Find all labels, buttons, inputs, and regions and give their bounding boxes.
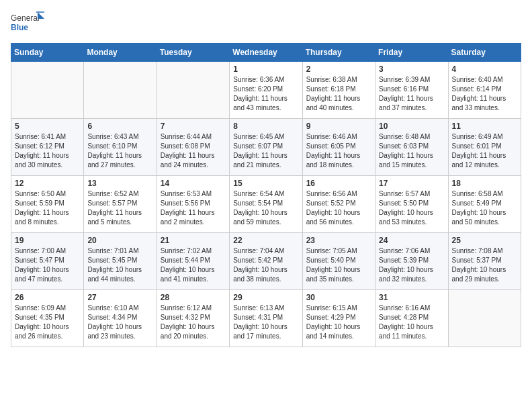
cell-sun-info: Sunrise: 6:46 AM Sunset: 6:05 PM Dayligh… <box>306 132 371 170</box>
calendar-cell: 5Sunrise: 6:41 AM Sunset: 6:12 PM Daylig… <box>11 119 84 176</box>
calendar-week-row: 1Sunrise: 6:36 AM Sunset: 6:20 PM Daylig… <box>11 62 521 119</box>
day-number: 28 <box>161 293 226 302</box>
cell-sun-info: Sunrise: 6:54 AM Sunset: 5:54 PM Dayligh… <box>233 189 298 227</box>
cell-sun-info: Sunrise: 6:43 AM Sunset: 6:10 PM Dayligh… <box>87 132 152 170</box>
cell-sun-info: Sunrise: 6:49 AM Sunset: 6:01 PM Dayligh… <box>452 132 517 170</box>
cell-sun-info: Sunrise: 6:58 AM Sunset: 5:49 PM Dayligh… <box>452 189 517 227</box>
weekday-header: Saturday <box>448 44 521 62</box>
calendar-cell: 11Sunrise: 6:49 AM Sunset: 6:01 PM Dayli… <box>448 119 521 176</box>
calendar-week-row: 19Sunrise: 7:00 AM Sunset: 5:47 PM Dayli… <box>11 233 521 290</box>
calendar-cell: 12Sunrise: 6:50 AM Sunset: 5:59 PM Dayli… <box>11 176 84 233</box>
day-number: 4 <box>452 64 517 74</box>
weekday-header: Thursday <box>302 44 375 62</box>
calendar-cell: 7Sunrise: 6:44 AM Sunset: 6:08 PM Daylig… <box>157 119 229 176</box>
cell-sun-info: Sunrise: 6:52 AM Sunset: 5:57 PM Dayligh… <box>87 189 152 227</box>
calendar-cell: 21Sunrise: 7:02 AM Sunset: 5:44 PM Dayli… <box>157 233 229 290</box>
calendar-cell: 16Sunrise: 6:56 AM Sunset: 5:52 PM Dayli… <box>302 176 375 233</box>
day-number: 27 <box>87 293 152 302</box>
day-number: 6 <box>87 122 152 131</box>
day-number: 12 <box>15 179 80 188</box>
calendar-cell: 8Sunrise: 6:45 AM Sunset: 6:07 PM Daylig… <box>230 119 302 176</box>
calendar-cell: 24Sunrise: 7:06 AM Sunset: 5:39 PM Dayli… <box>375 233 448 290</box>
cell-sun-info: Sunrise: 6:39 AM Sunset: 6:16 PM Dayligh… <box>379 75 444 113</box>
calendar-cell <box>448 290 521 347</box>
cell-sun-info: Sunrise: 6:50 AM Sunset: 5:59 PM Dayligh… <box>15 189 80 227</box>
day-number: 22 <box>233 236 298 245</box>
svg-marker-2 <box>38 12 44 19</box>
calendar-cell: 15Sunrise: 6:54 AM Sunset: 5:54 PM Dayli… <box>230 176 302 233</box>
cell-sun-info: Sunrise: 6:48 AM Sunset: 6:03 PM Dayligh… <box>379 132 444 170</box>
logo-svg: General Blue <box>11 11 44 35</box>
day-number: 5 <box>15 122 80 131</box>
cell-sun-info: Sunrise: 6:16 AM Sunset: 4:28 PM Dayligh… <box>379 304 444 341</box>
cell-sun-info: Sunrise: 6:12 AM Sunset: 4:32 PM Dayligh… <box>161 304 226 341</box>
cell-sun-info: Sunrise: 7:01 AM Sunset: 5:45 PM Dayligh… <box>87 246 152 284</box>
day-number: 25 <box>452 236 517 245</box>
cell-sun-info: Sunrise: 7:02 AM Sunset: 5:44 PM Dayligh… <box>161 246 226 284</box>
cell-sun-info: Sunrise: 6:53 AM Sunset: 5:56 PM Dayligh… <box>161 189 226 227</box>
calendar-week-row: 12Sunrise: 6:50 AM Sunset: 5:59 PM Dayli… <box>11 176 521 233</box>
day-number: 20 <box>87 236 152 245</box>
day-number: 13 <box>87 179 152 188</box>
day-number: 18 <box>452 179 517 188</box>
day-number: 10 <box>379 122 444 131</box>
weekday-header: Monday <box>84 44 157 62</box>
cell-sun-info: Sunrise: 6:57 AM Sunset: 5:50 PM Dayligh… <box>379 189 444 227</box>
cell-sun-info: Sunrise: 6:13 AM Sunset: 4:31 PM Dayligh… <box>233 304 298 341</box>
weekday-header-row: SundayMondayTuesdayWednesdayThursdayFrid… <box>11 44 521 62</box>
day-number: 19 <box>15 236 80 245</box>
cell-sun-info: Sunrise: 6:15 AM Sunset: 4:29 PM Dayligh… <box>306 304 371 341</box>
calendar-cell: 6Sunrise: 6:43 AM Sunset: 6:10 PM Daylig… <box>84 119 157 176</box>
calendar-week-row: 5Sunrise: 6:41 AM Sunset: 6:12 PM Daylig… <box>11 119 521 176</box>
day-number: 21 <box>161 236 226 245</box>
calendar-cell: 18Sunrise: 6:58 AM Sunset: 5:49 PM Dayli… <box>448 176 521 233</box>
cell-sun-info: Sunrise: 6:38 AM Sunset: 6:18 PM Dayligh… <box>306 75 371 113</box>
day-number: 30 <box>306 293 371 302</box>
day-number: 26 <box>15 293 80 302</box>
day-number: 2 <box>306 64 371 74</box>
calendar-cell: 31Sunrise: 6:16 AM Sunset: 4:28 PM Dayli… <box>375 290 448 347</box>
cell-sun-info: Sunrise: 7:08 AM Sunset: 5:37 PM Dayligh… <box>452 246 517 284</box>
day-number: 8 <box>233 122 298 131</box>
calendar-cell: 10Sunrise: 6:48 AM Sunset: 6:03 PM Dayli… <box>375 119 448 176</box>
day-number: 29 <box>233 293 298 302</box>
calendar-cell: 22Sunrise: 7:04 AM Sunset: 5:42 PM Dayli… <box>230 233 302 290</box>
day-number: 23 <box>306 236 371 245</box>
calendar-cell: 25Sunrise: 7:08 AM Sunset: 5:37 PM Dayli… <box>448 233 521 290</box>
day-number: 3 <box>379 64 444 74</box>
cell-sun-info: Sunrise: 6:36 AM Sunset: 6:20 PM Dayligh… <box>233 75 298 113</box>
calendar-cell: 27Sunrise: 6:10 AM Sunset: 4:34 PM Dayli… <box>84 290 157 347</box>
cell-sun-info: Sunrise: 7:04 AM Sunset: 5:42 PM Dayligh… <box>233 246 298 284</box>
cell-sun-info: Sunrise: 6:41 AM Sunset: 6:12 PM Dayligh… <box>15 132 80 170</box>
day-number: 7 <box>161 122 226 131</box>
day-number: 11 <box>452 122 517 131</box>
day-number: 9 <box>306 122 371 131</box>
calendar-cell: 2Sunrise: 6:38 AM Sunset: 6:18 PM Daylig… <box>302 62 375 119</box>
page-header: General Blue <box>11 11 521 35</box>
day-number: 17 <box>379 179 444 188</box>
calendar-cell: 1Sunrise: 6:36 AM Sunset: 6:20 PM Daylig… <box>230 62 302 119</box>
cell-sun-info: Sunrise: 6:56 AM Sunset: 5:52 PM Dayligh… <box>306 189 371 227</box>
day-number: 1 <box>233 64 298 74</box>
svg-text:General: General <box>11 13 40 23</box>
day-number: 16 <box>306 179 371 188</box>
calendar-cell: 9Sunrise: 6:46 AM Sunset: 6:05 PM Daylig… <box>302 119 375 176</box>
cell-sun-info: Sunrise: 6:45 AM Sunset: 6:07 PM Dayligh… <box>233 132 298 170</box>
cell-sun-info: Sunrise: 6:44 AM Sunset: 6:08 PM Dayligh… <box>161 132 226 170</box>
calendar-cell: 26Sunrise: 6:09 AM Sunset: 4:35 PM Dayli… <box>11 290 84 347</box>
calendar-cell: 14Sunrise: 6:53 AM Sunset: 5:56 PM Dayli… <box>157 176 229 233</box>
calendar-cell <box>157 62 229 119</box>
cell-sun-info: Sunrise: 6:09 AM Sunset: 4:35 PM Dayligh… <box>15 304 80 341</box>
calendar-cell: 19Sunrise: 7:00 AM Sunset: 5:47 PM Dayli… <box>11 233 84 290</box>
calendar-cell: 23Sunrise: 7:05 AM Sunset: 5:40 PM Dayli… <box>302 233 375 290</box>
weekday-header: Sunday <box>11 44 84 62</box>
cell-sun-info: Sunrise: 7:05 AM Sunset: 5:40 PM Dayligh… <box>306 246 371 284</box>
cell-sun-info: Sunrise: 6:10 AM Sunset: 4:34 PM Dayligh… <box>87 304 152 341</box>
calendar-cell <box>11 62 84 119</box>
svg-text:Blue: Blue <box>11 23 28 32</box>
calendar-cell: 4Sunrise: 6:40 AM Sunset: 6:14 PM Daylig… <box>448 62 521 119</box>
day-number: 14 <box>161 179 226 188</box>
day-number: 15 <box>233 179 298 188</box>
calendar-cell: 3Sunrise: 6:39 AM Sunset: 6:16 PM Daylig… <box>375 62 448 119</box>
day-number: 31 <box>379 293 444 302</box>
